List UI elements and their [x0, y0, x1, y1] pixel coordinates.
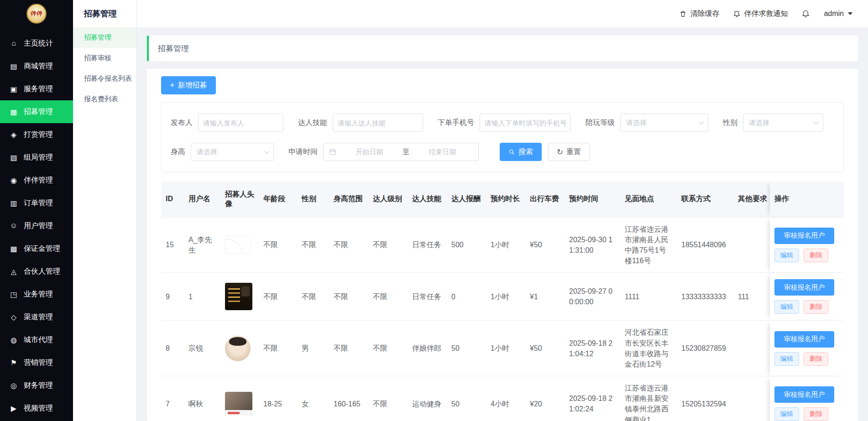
- cell-level: 不限: [368, 218, 408, 273]
- cell-time: 2025-09-18 21:04:12: [565, 321, 620, 376]
- sidebar-item-user[interactable]: ☺用户管理: [0, 214, 73, 237]
- delete-button[interactable]: 删除: [804, 352, 828, 366]
- cell-contact: 15230827859: [677, 321, 733, 376]
- sos-notice-button[interactable]: 伴伴求救通知: [733, 9, 788, 19]
- edit-button[interactable]: 编辑: [774, 249, 799, 262]
- publisher-input[interactable]: [198, 114, 283, 132]
- sidebar-item-companion[interactable]: ◉伴伴管理: [0, 169, 73, 192]
- cell-height: 不限: [329, 218, 368, 273]
- reset-button[interactable]: ↻ 重置: [548, 143, 590, 161]
- review-signup-button[interactable]: 审核报名用户: [774, 228, 834, 244]
- user-icon: ☺: [9, 222, 18, 230]
- search-button[interactable]: 搜索: [500, 143, 542, 161]
- recruiter-avatar: [225, 236, 251, 254]
- refresh-icon: ↻: [557, 148, 563, 156]
- delete-button[interactable]: 删除: [804, 300, 828, 314]
- column-header: 达人技能: [408, 182, 447, 218]
- sidebar-item-group[interactable]: ▧组局管理: [0, 146, 73, 169]
- recruit-card: + 新增招募 发布人 达人技能: [147, 69, 858, 421]
- review-signup-button[interactable]: 审核报名用户: [774, 386, 834, 403]
- height-filter: 身高 请选择: [171, 143, 274, 161]
- apply-time-range[interactable]: 开始日期 至 结束日期: [323, 143, 479, 161]
- edit-button[interactable]: 编辑: [774, 352, 799, 366]
- sidebar: 伴伴 ⌂主页统计▤商城管理▣服务管理▦招募管理◈打赏管理▧组局管理◉伴伴管理▥订…: [0, 0, 73, 421]
- cell-duration: 4小时: [486, 376, 525, 421]
- ops-cell: 审核报名用户编辑删除: [770, 218, 844, 273]
- sidebar-item-marketing[interactable]: ⚑营销管理: [0, 351, 73, 374]
- sidebar-item-partner[interactable]: ◬合伙人管理: [0, 260, 73, 283]
- edit-button[interactable]: 编辑: [774, 300, 799, 314]
- skill-input[interactable]: [333, 114, 423, 132]
- chevron-down-icon: [848, 12, 852, 15]
- cell-place: 1111: [620, 273, 677, 321]
- column-header: 联系方式: [677, 182, 733, 218]
- notifications-button[interactable]: [801, 10, 810, 18]
- channel-icon: ◇: [9, 313, 18, 322]
- sidebar-item-service[interactable]: ▣服务管理: [0, 78, 73, 100]
- cell-height: 不限: [329, 273, 368, 321]
- submenu-item-0[interactable]: 招募管理: [73, 27, 136, 48]
- sidebar-item-reward[interactable]: ◈打赏管理: [0, 123, 73, 146]
- sidebar-item-city-agent[interactable]: ◍城市代理: [0, 328, 73, 351]
- cell-time: 2025-09-18 21:02:24: [565, 376, 620, 421]
- sidebar-item-label: 组局管理: [24, 153, 53, 162]
- cell-age: 不限: [259, 218, 297, 273]
- sidebar-item-mall[interactable]: ▤商城管理: [0, 55, 73, 78]
- sidebar-item-finance[interactable]: ◎财务管理: [0, 374, 73, 397]
- column-header: 出行车费: [525, 182, 565, 218]
- sidebar-item-business[interactable]: ◳业务管理: [0, 283, 73, 306]
- delete-button[interactable]: 删除: [804, 249, 828, 262]
- cell-username: 啊秋: [184, 376, 220, 421]
- sidebar-item-label: 商城管理: [24, 62, 53, 71]
- height-select[interactable]: 请选择: [191, 143, 274, 161]
- chevron-down-icon: [699, 120, 704, 125]
- review-signup-button[interactable]: 审核报名用户: [774, 331, 834, 348]
- sidebar-item-channel[interactable]: ◇渠道管理: [0, 306, 73, 328]
- sidebar-item-order[interactable]: ▥订单管理: [0, 192, 73, 214]
- avatar-cell: [220, 218, 259, 273]
- ops-cell: 审核报名用户编辑删除: [770, 321, 844, 376]
- submenu: 招募管理 招募管理招募审核招募令报名列表报名费列表: [73, 0, 137, 421]
- business-icon: ◳: [9, 290, 18, 299]
- sidebar-item-deposit[interactable]: ▩保证金管理: [0, 237, 73, 260]
- cell-contact: 18551448096: [677, 218, 733, 273]
- table-head: ID用户名招募人头像年龄段性别身高范围达人级别达人技能达人报酬预约时长出行车费预…: [161, 182, 844, 218]
- cell-age: 18-25: [259, 376, 297, 421]
- avatar-cell: [220, 321, 259, 376]
- recruiter-avatar: [225, 283, 252, 310]
- cell-place: 河北省石家庄市长安区长丰街道丰收路与金石街12号: [620, 321, 677, 376]
- ops-cell: 审核报名用户编辑删除: [770, 376, 844, 421]
- column-header: 身高范围: [329, 182, 368, 218]
- chevron-down-icon: [814, 120, 819, 125]
- add-recruit-button[interactable]: + 新增招募: [161, 76, 216, 94]
- clear-cache-button[interactable]: 清除缓存: [679, 9, 719, 19]
- submenu-item-1[interactable]: 招募审核: [73, 48, 136, 68]
- bell-icon: [801, 10, 810, 18]
- edit-button[interactable]: 编辑: [774, 407, 799, 421]
- op-row: 编辑删除: [774, 300, 839, 314]
- main-area: 清除缓存 伴伴求救通知 admin 招募管理 +: [137, 0, 868, 421]
- delete-button[interactable]: 删除: [804, 407, 828, 421]
- recruit-table-wrap[interactable]: ID用户名招募人头像年龄段性别身高范围达人级别达人技能达人报酬预约时长出行车费预…: [161, 182, 844, 421]
- sidebar-item-home-stats[interactable]: ⌂主页统计: [0, 32, 73, 55]
- sidebar-item-recruit[interactable]: ▦招募管理: [0, 100, 73, 123]
- sidebar-item-video[interactable]: ▶视频管理: [0, 397, 73, 420]
- order-icon: ▥: [9, 199, 18, 208]
- submenu-item-3[interactable]: 报名费列表: [73, 89, 136, 109]
- cell-duration: 1小时: [486, 273, 525, 321]
- sidebar-item-label: 保证金管理: [24, 244, 60, 254]
- cell-fare: ¥1: [525, 273, 565, 321]
- deposit-icon: ▩: [9, 244, 18, 253]
- table-body: 15A_李先生不限不限不限不限日常任务5001小时¥502025-09-30 1…: [161, 218, 844, 421]
- admin-menu[interactable]: admin: [824, 10, 852, 18]
- submenu-item-2[interactable]: 招募令报名列表: [73, 68, 136, 89]
- cell-height: 160-165: [329, 376, 368, 421]
- op-row: 编辑删除: [774, 352, 839, 366]
- sidebar-item-label: 打赏管理: [24, 130, 53, 140]
- review-signup-button[interactable]: 审核报名用户: [774, 279, 834, 296]
- table-row: 15A_李先生不限不限不限不限日常任务5001小时¥502025-09-30 1…: [161, 218, 844, 273]
- order-phone-input[interactable]: [480, 114, 571, 132]
- play-level-select[interactable]: 请选择: [620, 114, 708, 132]
- gender-select[interactable]: 请选择: [743, 114, 823, 132]
- brand-logo: 伴伴: [26, 4, 47, 24]
